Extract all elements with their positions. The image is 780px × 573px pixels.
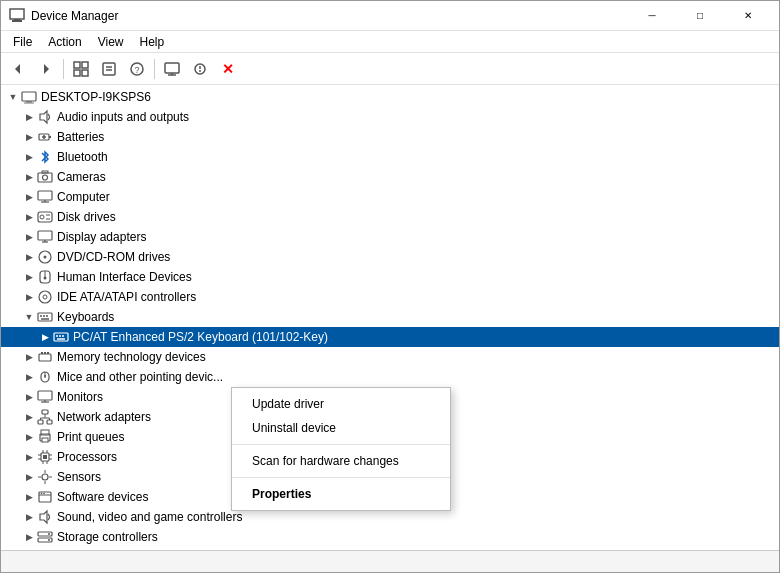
svg-point-96 (43, 493, 45, 495)
keyboard-device-expand-icon[interactable]: ▶ (37, 329, 53, 345)
dvd-expand-icon[interactable]: ▶ (21, 249, 37, 265)
display-button[interactable] (159, 56, 185, 82)
dvd-label: DVD/CD-ROM drives (57, 250, 170, 264)
menu-action[interactable]: Action (40, 33, 89, 51)
svg-rect-1 (12, 20, 22, 22)
svg-point-88 (42, 474, 48, 480)
back-button[interactable] (5, 56, 31, 82)
sound-expand-icon[interactable]: ▶ (21, 509, 37, 525)
properties-toolbar-button[interactable] (96, 56, 122, 82)
svg-rect-48 (38, 313, 52, 321)
close-button[interactable]: ✕ (725, 1, 771, 31)
svg-rect-79 (43, 455, 47, 459)
network-icon (37, 409, 53, 425)
help-toolbar-button[interactable]: ? (124, 56, 150, 82)
svg-point-46 (39, 291, 51, 303)
tree-item-storage[interactable]: ▶ Storage controllers (1, 527, 779, 547)
sound-label: Sound, video and game controllers (57, 510, 242, 524)
bluetooth-expand-icon[interactable]: ▶ (21, 149, 37, 165)
remove-device-button[interactable]: ✕ (215, 56, 241, 82)
menu-view[interactable]: View (90, 33, 132, 51)
ide-expand-icon[interactable]: ▶ (21, 289, 37, 305)
window-title: Device Manager (31, 9, 629, 23)
network-expand-icon[interactable]: ▶ (21, 409, 37, 425)
svg-rect-61 (47, 352, 49, 354)
disk-drives-label: Disk drives (57, 210, 116, 224)
tree-item-audio[interactable]: ▶ Audio inputs and outputs (1, 107, 779, 127)
mice-label: Mice and other pointing devic... (57, 370, 223, 384)
tree-item-keyboards[interactable]: ▼ Keyboards (1, 307, 779, 327)
ctx-properties[interactable]: Properties (232, 482, 450, 506)
tree-item-mice[interactable]: ▶ Mice and other pointing devic... (1, 367, 779, 387)
ctx-update-driver[interactable]: Update driver (232, 392, 450, 416)
sound-icon (37, 509, 53, 525)
svg-rect-59 (41, 352, 43, 354)
title-bar-controls: ─ □ ✕ (629, 1, 771, 31)
svg-text:?: ? (134, 65, 139, 75)
tree-item-system[interactable]: ▶ System devices (1, 547, 779, 550)
mice-expand-icon[interactable]: ▶ (21, 369, 37, 385)
print-icon (37, 429, 53, 445)
system-expand-icon[interactable]: ▶ (21, 549, 37, 550)
tree-item-keyboard-device[interactable]: ▶ PC/AT Enhanced PS/2 Keyboard (101/102-… (1, 327, 779, 347)
svg-marker-23 (40, 111, 47, 123)
hid-expand-icon[interactable]: ▶ (21, 269, 37, 285)
memory-label: Memory technology devices (57, 350, 206, 364)
minimize-button[interactable]: ─ (629, 1, 675, 31)
tree-item-batteries[interactable]: ▶ Batteries (1, 127, 779, 147)
ctx-scan-hardware[interactable]: Scan for hardware changes (232, 449, 450, 473)
maximize-button[interactable]: □ (677, 1, 723, 31)
display-adapters-icon (37, 229, 53, 245)
monitors-label: Monitors (57, 390, 103, 404)
display-adapters-expand-icon[interactable]: ▶ (21, 229, 37, 245)
scan-button[interactable] (187, 56, 213, 82)
sensors-expand-icon[interactable]: ▶ (21, 469, 37, 485)
monitors-expand-icon[interactable]: ▶ (21, 389, 37, 405)
svg-rect-5 (74, 62, 80, 68)
menu-file[interactable]: File (5, 33, 40, 51)
computer-label: Computer (57, 190, 110, 204)
tree-item-bluetooth[interactable]: ▶ Bluetooth (1, 147, 779, 167)
tree-item-computer[interactable]: ▶ Computer (1, 187, 779, 207)
svg-rect-22 (24, 103, 34, 104)
show-hide-button[interactable] (68, 56, 94, 82)
tree-item-cameras[interactable]: ▶ Cameras (1, 167, 779, 187)
tree-root[interactable]: ▼ DESKTOP-I9KSPS6 (1, 87, 779, 107)
software-icon (37, 489, 53, 505)
print-expand-icon[interactable]: ▶ (21, 429, 37, 445)
ctx-separator-1 (232, 444, 450, 445)
processors-expand-icon[interactable]: ▶ (21, 449, 37, 465)
computer-expand-icon[interactable]: ▶ (21, 189, 37, 205)
storage-label: Storage controllers (57, 530, 158, 544)
tree-item-disk-drives[interactable]: ▶ Disk drives (1, 207, 779, 227)
menu-help[interactable]: Help (132, 33, 173, 51)
menu-bar: File Action View Help (1, 31, 779, 53)
svg-point-42 (44, 256, 47, 259)
audio-expand-icon[interactable]: ▶ (21, 109, 37, 125)
keyboards-expand-icon[interactable]: ▼ (21, 309, 37, 325)
tree-item-dvd[interactable]: ▶ DVD/CD-ROM drives (1, 247, 779, 267)
batteries-label: Batteries (57, 130, 104, 144)
ctx-uninstall-device[interactable]: Uninstall device (232, 416, 450, 440)
tree-item-ide[interactable]: ▶ IDE ATA/ATAPI controllers (1, 287, 779, 307)
svg-rect-21 (26, 101, 32, 103)
batteries-expand-icon[interactable]: ▶ (21, 129, 37, 145)
print-label: Print queues (57, 430, 124, 444)
toolbar-separator-1 (63, 59, 64, 79)
dvd-icon (37, 249, 53, 265)
svg-rect-69 (38, 420, 43, 424)
svg-rect-20 (22, 92, 36, 101)
tree-item-display-adapters[interactable]: ▶ Display adapters (1, 227, 779, 247)
cameras-icon (37, 169, 53, 185)
storage-expand-icon[interactable]: ▶ (21, 529, 37, 545)
storage-icon (37, 529, 53, 545)
memory-expand-icon[interactable]: ▶ (21, 349, 37, 365)
forward-button[interactable] (33, 56, 59, 82)
cameras-expand-icon[interactable]: ▶ (21, 169, 37, 185)
root-expand-icon[interactable]: ▼ (5, 89, 21, 105)
tree-item-hid[interactable]: ▶ Human Interface Devices (1, 267, 779, 287)
bluetooth-icon (37, 149, 53, 165)
tree-item-memory[interactable]: ▶ Memory technology devices (1, 347, 779, 367)
software-expand-icon[interactable]: ▶ (21, 489, 37, 505)
disk-drives-expand-icon[interactable]: ▶ (21, 209, 37, 225)
